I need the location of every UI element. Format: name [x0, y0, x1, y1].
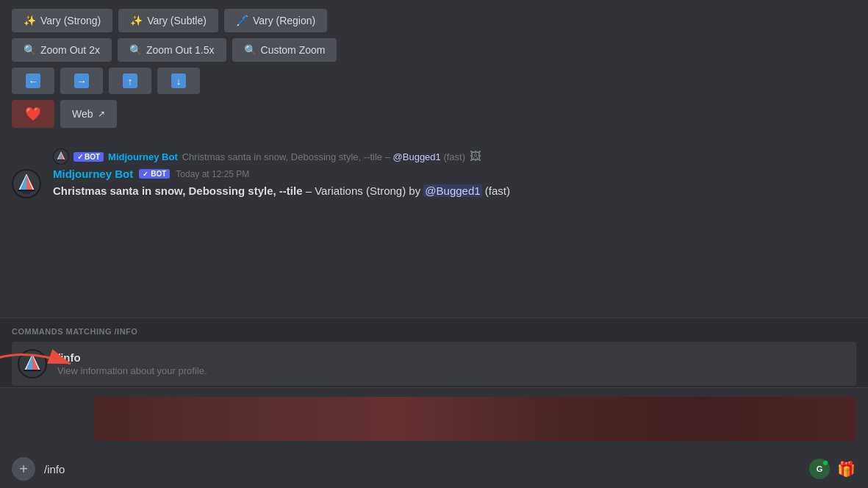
vary-strong-icon: ✨: [24, 15, 36, 26]
heart-icon: ❤️: [25, 106, 41, 122]
messages-area: ✓ BOT Midjourney Bot Christmas santa in …: [0, 140, 868, 317]
message-mention[interactable]: @Bugged1: [423, 184, 481, 197]
inline-check-icon: ✓: [77, 153, 83, 161]
username[interactable]: Midjourney Bot: [53, 168, 133, 180]
message-timestamp: Today at 12:25 PM: [176, 169, 249, 179]
input-area: + G 🎁: [0, 450, 868, 488]
zoom-button-row: 🔍 Zoom Out 2x 🔍 Zoom Out 1.5x 🔍 🔍 Custom…: [12, 38, 856, 62]
arrow-right-icon: →: [74, 73, 89, 88]
vary-region-icon: 🖊️: [236, 15, 248, 26]
thumbnail-strip: [94, 397, 856, 441]
arrow-down-icon: ↓: [171, 73, 186, 88]
arrow-button-row: ← → ↑ ↓: [12, 68, 856, 94]
zoom-out-2x-button[interactable]: 🔍 Zoom Out 2x: [12, 38, 112, 62]
web-button[interactable]: Web ↗: [60, 100, 117, 128]
message-content: Midjourney Bot ✓ BOT Today at 12:25 PM C…: [53, 168, 856, 198]
main-message-group: Midjourney Bot ✓ BOT Today at 12:25 PM C…: [12, 168, 856, 198]
heart-button[interactable]: ❤️: [12, 100, 54, 128]
main-content: ✨ ✨ Vary (Strong) Vary (Strong) ✨ Vary (…: [0, 0, 868, 488]
command-item-info[interactable]: /info View information about your profil…: [12, 342, 856, 386]
zoom-out-15x-icon: 🔍: [129, 44, 142, 56]
commands-header: COMMANDS MATCHING /info: [12, 324, 856, 342]
arrow-up-button[interactable]: ↑: [109, 68, 151, 94]
message-bold-text: Christmas santa in snow, Debossing style…: [53, 184, 303, 197]
message-text: Christmas santa in snow, Debossing style…: [53, 183, 856, 198]
vary-subtle-icon: ✨: [130, 15, 143, 26]
zoom-out-15x-button[interactable]: 🔍 Zoom Out 1.5x: [118, 38, 226, 62]
custom-zoom-icon: 🔍: [244, 44, 257, 56]
misc-button-row: ❤️ Web ↗: [12, 100, 856, 128]
message-suffix: (fast): [485, 184, 510, 197]
arrow-right-button[interactable]: →: [60, 68, 103, 94]
vary-strong-button[interactable]: ✨ ✨ Vary (Strong) Vary (Strong): [12, 9, 112, 32]
gift-button[interactable]: 🎁: [836, 459, 856, 479]
check-icon: ✓: [143, 171, 148, 178]
avatar: [12, 169, 41, 198]
message-connector: – Variations (Strong) by: [306, 184, 424, 197]
message-header: Midjourney Bot ✓ BOT Today at 12:25 PM: [53, 168, 856, 180]
dim-message: ✓ BOT Midjourney Bot Christmas santa in …: [53, 146, 856, 168]
chat-input[interactable]: [44, 460, 800, 478]
inline-bot-tag: ✓ BOT: [73, 152, 104, 162]
commands-section: COMMANDS MATCHING /info: [0, 317, 868, 388]
vary-region-button[interactable]: 🖊️ Vary (Region): [224, 9, 327, 32]
dim-image-icon: 🖼: [470, 150, 481, 163]
custom-zoom-button[interactable]: 🔍 🔍 Custom Zoom Custom Zoom: [232, 38, 337, 62]
dim-avatar: [53, 148, 69, 165]
red-arrow-annotation: [0, 342, 93, 386]
arrow-left-icon: ←: [26, 73, 40, 88]
dim-bot-name: Midjourney Bot: [108, 151, 178, 162]
svg-point-10: [21, 190, 32, 194]
arrow-down-button[interactable]: ↓: [157, 68, 200, 94]
zoom-out-2x-icon: 🔍: [24, 44, 36, 56]
gift-icon: 🎁: [837, 460, 856, 478]
grammarly-icon-button[interactable]: G: [809, 459, 830, 479]
input-icons: G 🎁: [809, 459, 856, 479]
plus-icon: +: [19, 461, 28, 478]
web-label: Web: [72, 108, 93, 120]
button-area: ✨ ✨ Vary (Strong) Vary (Strong) ✨ Vary (…: [0, 0, 868, 140]
grammarly-dot-icon: [822, 460, 828, 466]
bot-badge: ✓ BOT: [139, 169, 170, 179]
add-attachment-button[interactable]: +: [12, 457, 35, 481]
dim-message-text: Christmas santa in snow, Debossing style…: [182, 151, 465, 162]
vary-subtle-button[interactable]: ✨ Vary (Subtle): [118, 9, 218, 32]
web-external-icon: ↗: [98, 109, 105, 119]
vary-button-row: ✨ ✨ Vary (Strong) Vary (Strong) ✨ Vary (…: [12, 9, 856, 32]
arrow-left-button[interactable]: ←: [12, 68, 54, 94]
arrow-up-icon: ↑: [123, 73, 137, 88]
